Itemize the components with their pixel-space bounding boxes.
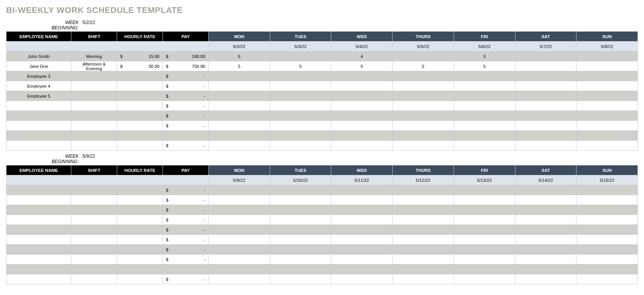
hours-cell[interactable] [270,205,331,215]
hours-cell[interactable] [331,195,393,205]
hours-cell[interactable] [331,235,393,245]
hours-cell[interactable] [393,111,454,121]
hours-cell[interactable] [270,185,331,195]
hours-cell[interactable] [576,205,638,215]
employee-cell[interactable]: Employee 4 [6,81,71,91]
hours-cell[interactable] [209,91,270,101]
hours-cell[interactable] [270,265,331,274]
hours-cell[interactable] [576,245,638,255]
hours-cell[interactable] [331,205,393,215]
hours-cell[interactable] [393,71,454,81]
hours-cell[interactable] [454,185,515,195]
hours-cell[interactable] [209,245,270,255]
hours-cell[interactable]: 4 [331,51,393,61]
hours-cell[interactable] [576,225,638,235]
hours-cell[interactable] [515,245,576,255]
hours-cell[interactable] [270,71,331,81]
shift-cell[interactable] [71,235,117,245]
shift-cell[interactable]: Morning [71,51,117,61]
hours-cell[interactable] [270,91,331,101]
hours-cell[interactable] [393,91,454,101]
hours-cell[interactable] [209,111,270,121]
hours-cell[interactable] [331,121,393,131]
hours-cell[interactable] [393,205,454,215]
rate-cell[interactable] [117,274,163,284]
hours-cell[interactable] [393,245,454,255]
rate-cell[interactable] [117,265,163,274]
hours-cell[interactable] [515,265,576,274]
hours-cell[interactable] [331,245,393,255]
rate-cell[interactable] [117,81,163,91]
employee-cell[interactable]: John Smith [6,51,71,61]
hours-cell[interactable] [576,71,638,81]
hours-cell[interactable] [209,274,270,284]
employee-cell[interactable] [6,195,71,205]
hours-cell[interactable] [331,111,393,121]
hours-cell[interactable] [576,255,638,265]
hours-cell[interactable] [331,101,393,111]
hours-cell[interactable] [393,141,454,151]
hours-cell[interactable] [393,265,454,274]
hours-cell[interactable] [209,235,270,245]
hours-cell[interactable] [209,141,270,151]
hours-cell[interactable] [270,131,331,141]
hours-cell[interactable] [270,81,331,91]
shift-cell[interactable] [71,131,117,141]
hours-cell[interactable] [270,101,331,111]
rate-cell[interactable] [117,215,163,225]
hours-cell[interactable] [515,101,576,111]
hours-cell[interactable] [576,215,638,225]
hours-cell[interactable]: 5 [270,61,331,71]
hours-cell[interactable]: 5 [209,51,270,61]
hours-cell[interactable] [576,111,638,121]
hours-cell[interactable] [576,61,638,71]
shift-cell[interactable] [71,215,117,225]
hours-cell[interactable] [331,255,393,265]
hours-cell[interactable] [515,81,576,91]
hours-cell[interactable] [454,235,515,245]
employee-cell[interactable]: Employee 5 [6,91,71,101]
hours-cell[interactable] [393,274,454,284]
hours-cell[interactable] [393,131,454,141]
employee-cell[interactable] [6,255,71,265]
hours-cell[interactable] [454,274,515,284]
hours-cell[interactable] [515,195,576,205]
hours-cell[interactable] [515,51,576,61]
hours-cell[interactable] [454,91,515,101]
employee-cell[interactable]: Employee 3 [6,71,71,81]
hours-cell[interactable]: 5 [209,61,270,71]
employee-cell[interactable] [6,265,71,274]
rate-cell[interactable] [117,141,163,151]
rate-cell[interactable]: $30.00 [117,61,163,71]
rate-cell[interactable] [117,205,163,215]
hours-cell[interactable] [331,215,393,225]
hours-cell[interactable] [515,131,576,141]
hours-cell[interactable] [454,81,515,91]
hours-cell[interactable] [270,274,331,284]
employee-cell[interactable] [6,225,71,235]
hours-cell[interactable] [209,81,270,91]
hours-cell[interactable] [576,274,638,284]
hours-cell[interactable] [270,111,331,121]
hours-cell[interactable] [576,51,638,61]
hours-cell[interactable] [331,71,393,81]
rate-cell[interactable] [117,185,163,195]
rate-cell[interactable] [117,245,163,255]
shift-cell[interactable] [71,225,117,235]
hours-cell[interactable] [576,235,638,245]
hours-cell[interactable] [393,121,454,131]
hours-cell[interactable] [454,215,515,225]
hours-cell[interactable] [454,101,515,111]
rate-cell[interactable] [117,121,163,131]
hours-cell[interactable] [331,274,393,284]
employee-cell[interactable]: Jane Doe [6,61,71,71]
employee-cell[interactable] [6,245,71,255]
hours-cell[interactable] [454,205,515,215]
hours-cell[interactable] [454,255,515,265]
hours-cell[interactable] [209,225,270,235]
hours-cell[interactable] [209,255,270,265]
shift-cell[interactable] [71,205,117,215]
hours-cell[interactable] [270,235,331,245]
shift-cell[interactable] [71,101,117,111]
rate-cell[interactable] [117,71,163,81]
